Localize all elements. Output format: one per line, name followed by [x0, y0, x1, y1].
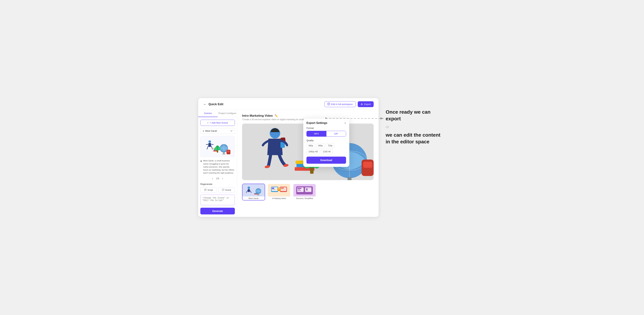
modal-close-button[interactable]: ×	[344, 122, 346, 124]
svg-rect-53	[272, 189, 276, 190]
edit-workspace-button[interactable]: Edit in full workspace	[324, 101, 356, 107]
svg-rect-2	[208, 143, 211, 147]
prev-page-button[interactable]: ‹	[211, 177, 214, 180]
svg-point-47	[257, 194, 260, 196]
svg-point-16	[218, 147, 220, 150]
scene-thumbnails: Meet Sarah	[242, 184, 374, 200]
edit-workspace-label: Edit in full workspace	[331, 103, 352, 106]
main-content: Intro Marketing Video ✏️ *Create a 30-se…	[237, 110, 378, 217]
regenerate-section: Regenerate Script Scene	[198, 183, 237, 217]
body-layout: Scenes Project Configure + + Add New Sce…	[198, 110, 378, 217]
quality-360p[interactable]: 360p	[306, 143, 315, 148]
export-button[interactable]: Export	[358, 101, 374, 107]
format-label: Format	[306, 127, 346, 130]
svg-rect-42	[363, 162, 372, 168]
header-left: ← Quick Edit	[203, 102, 223, 106]
svg-point-15	[215, 147, 217, 150]
svg-marker-68	[380, 117, 384, 120]
regenerate-label: Regenerate	[200, 183, 235, 186]
svg-point-43	[248, 186, 250, 189]
svg-rect-48	[254, 194, 258, 194]
scene-preview	[200, 136, 235, 157]
quality-720p[interactable]: 720p	[326, 143, 334, 148]
svg-rect-39	[348, 177, 351, 180]
modal-header: Export Settings ×	[303, 118, 349, 127]
svg-rect-66	[306, 188, 311, 188]
regen-textarea[interactable]	[200, 194, 235, 205]
annotation-text-1: Once ready we can export	[386, 109, 446, 122]
export-modal-overlay: Export Settings × Format MP4 GIF	[303, 118, 349, 167]
tab-project-configure[interactable]: Project Configure	[218, 110, 237, 117]
download-button[interactable]: Download	[306, 156, 346, 164]
annotation-or: or	[386, 124, 446, 129]
thumb-label-2: A Helping Hand	[268, 196, 290, 200]
quality-label: Quality	[306, 139, 346, 142]
modal-format-section: Format MP4 GIF	[303, 127, 349, 139]
svg-rect-52	[272, 188, 274, 189]
svg-point-22	[224, 189, 224, 189]
page-indicator: 1/3	[216, 177, 219, 180]
add-scene-button[interactable]: + + Add New Scene	[200, 120, 235, 126]
page-title: Quick Edit	[208, 102, 223, 106]
sidebar-content: + + Add New Scene 1. Meet Sarah	[198, 117, 237, 182]
svg-rect-56	[281, 188, 284, 188]
scene-illustration	[200, 136, 235, 157]
project-header: Intro Marketing Video ✏️	[242, 114, 374, 118]
svg-rect-44	[248, 189, 250, 192]
svg-point-10	[222, 154, 226, 154]
scene-selector[interactable]: 1. Meet Sarah	[200, 128, 235, 134]
modal-quality-section: Quality 360p 480p 720p 1080p HD 2160 4K	[303, 139, 349, 156]
add-scene-label: + Add New Scene	[210, 122, 228, 124]
thumb-label-3: Success, Simplified	[293, 196, 316, 200]
quality-1080p[interactable]: 1080p HD	[306, 149, 320, 154]
format-buttons: MP4 GIF	[306, 131, 346, 137]
svg-rect-13	[217, 150, 218, 152]
svg-rect-12	[227, 150, 230, 152]
format-mp4-button[interactable]: MP4	[306, 131, 326, 136]
script-regen-button[interactable]: Script	[200, 187, 217, 193]
scene-thumb-2[interactable]: A Helping Hand	[268, 184, 290, 200]
svg-point-1	[208, 140, 211, 143]
format-gif-button[interactable]: GIF	[326, 131, 346, 136]
regenerate-buttons: Script Scene	[200, 187, 235, 193]
main-panel: ← Quick Edit Edit in full workspace	[198, 98, 378, 217]
svg-rect-64	[305, 187, 312, 192]
svg-rect-62	[298, 189, 300, 190]
scene-description: ▶ Meet Sarah, a small business owner str…	[200, 159, 235, 174]
project-title: Intro Marketing Video	[242, 114, 273, 118]
sidebar-tabs: Scenes Project Configure	[198, 110, 237, 117]
back-arrow-icon: ←	[203, 102, 207, 106]
scene-icon	[222, 188, 224, 192]
quality-4k[interactable]: 2160 4K	[321, 149, 333, 154]
export-modal: Export Settings × Format MP4 GIF	[303, 118, 349, 167]
svg-rect-63	[298, 190, 301, 191]
scene-thumb-1[interactable]: Meet Sarah	[242, 184, 265, 200]
back-button[interactable]: ←	[203, 102, 207, 106]
svg-point-58	[277, 188, 281, 191]
sidebar: Scenes Project Configure + + Add New Sce…	[198, 110, 237, 217]
svg-rect-49	[254, 193, 258, 194]
header: ← Quick Edit Edit in full workspace	[198, 98, 378, 110]
next-page-button[interactable]: ›	[221, 177, 224, 180]
edit-workspace-icon	[328, 103, 330, 106]
edit-title-icon[interactable]: ✏️	[274, 114, 278, 117]
quality-480p[interactable]: 480p	[316, 143, 325, 148]
scene-thumb-3[interactable]: Success, Simplified	[293, 184, 316, 200]
quality-buttons: 360p 480p 720p 1080p HD 2160 4K	[306, 143, 346, 154]
tab-scenes[interactable]: Scenes	[198, 110, 218, 117]
modal-title: Export Settings	[306, 122, 327, 124]
pagination: ‹ 1/3 ›	[200, 177, 235, 180]
svg-rect-57	[281, 189, 283, 190]
script-icon	[204, 188, 206, 192]
annotation-side: Once ready we can export or we can edit …	[386, 98, 446, 145]
export-label: Export	[364, 103, 371, 106]
header-actions: Edit in full workspace Export	[324, 101, 374, 107]
export-icon	[360, 103, 363, 106]
annotation-text-2: we can edit the content in the editor sp…	[386, 132, 446, 145]
scene-regen-button[interactable]: Scene	[218, 187, 235, 193]
generate-button[interactable]: Generate	[200, 208, 235, 214]
play-icon: ▶	[201, 160, 202, 174]
thumb-label-1: Meet Sarah	[242, 196, 265, 200]
plus-icon: +	[207, 122, 209, 124]
svg-rect-61	[298, 188, 302, 189]
